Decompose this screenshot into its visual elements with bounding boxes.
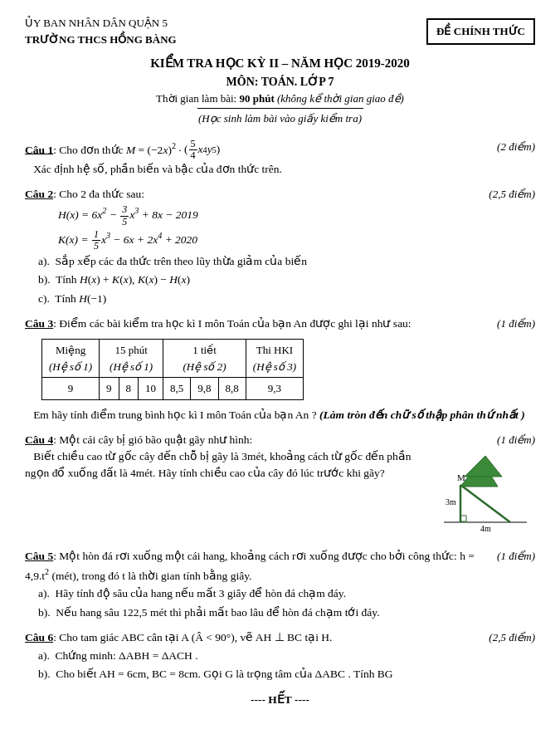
q2-header: Câu 2: Cho 2 đa thức sau: (25, 186, 144, 203)
q1-score: (2 điểm) (497, 139, 535, 161)
q2-item-b: b). Tính H(x) + K(x), K(x) − H(x) (38, 272, 535, 288)
col-hki: Thi HKI(Hệ số 3) (246, 340, 303, 378)
exam-main-title: KIỂM TRA HỌC KỲ II – NĂM HỌC 2019-2020 (25, 54, 535, 73)
q3-label: Câu 3 (25, 317, 53, 330)
col-1tiet: 1 tiết(Hệ số 2) (163, 340, 246, 378)
q6-label: Câu 6 (25, 631, 53, 643)
q1-label: Câu 1 (25, 143, 53, 155)
val-hki: 9,3 (246, 378, 303, 400)
q4-detail: Biết chiều cao từ gốc cây đến chỗ bị gãy… (25, 448, 427, 482)
q4-diagram: M 3m 4m (436, 452, 535, 540)
school-info: ỦY BAN NHÂN DÂN QUẬN 5 TRƯỜNG THCS HỒNG … (25, 15, 177, 47)
q6-item-a: a). Chứng minh: ΔABH = ΔACH . (38, 648, 535, 664)
val-1t-1: 8,5 (163, 378, 191, 400)
val-15p-2: 8 (119, 378, 139, 400)
q4-label: Câu 4 (25, 433, 53, 446)
q2-hx: H(x) = 6x2 − 35x3 + 8x − 2019 (58, 204, 535, 227)
q6-item-b: b). Cho biết AH = 6cm, BC = 8cm. Gọi G l… (38, 666, 535, 683)
q5-score: (1 điểm) (497, 548, 535, 584)
exam-note: (Học sinh làm bài vào giấy kiểm tra) (25, 110, 535, 127)
svg-text:M: M (457, 472, 465, 482)
val-15p-1: 9 (100, 378, 119, 400)
question-2: Câu 2: Cho 2 đa thức sau: (2,5 điểm) H(x… (25, 186, 535, 307)
q4-header: Câu 4: Một cái cây bị gió bão quật gãy n… (25, 432, 252, 448)
district-label: ỦY BAN NHÂN DÂN QUẬN 5 (25, 15, 177, 32)
q5-header: Câu 5: Một hòn đá rơi xuống một cái hang… (25, 548, 490, 584)
question-5: Câu 5: Một hòn đá rơi xuống một cái hang… (25, 548, 535, 621)
q5-item-b: b). Nếu hang sâu 122,5 mét thì phải mất … (38, 604, 535, 621)
q4-score: (1 điểm) (497, 432, 535, 448)
official-label: ĐỀ CHÍNH THỨC (426, 18, 535, 45)
col-mieng: Miệng(Hệ số 1) (42, 340, 100, 378)
q2-item-a: a). Sắp xếp các đa thức trên theo lũy th… (38, 253, 535, 270)
q6-score: (2,5 điểm) (489, 629, 535, 646)
exam-duration: Thời gian làm bài: 90 phút (không kể thờ… (25, 91, 535, 107)
col-15phut: 15 phút(Hệ số 1) (100, 340, 163, 378)
q5-item-a: a). Hãy tính độ sâu của hang nếu mất 3 g… (38, 585, 535, 602)
svg-text:3m: 3m (446, 497, 456, 506)
page-header: ỦY BAN NHÂN DÂN QUẬN 5 TRƯỜNG THCS HỒNG … (25, 15, 535, 47)
question-3: Câu 3: Điểm các bài kiểm tra học kì I mô… (25, 316, 535, 423)
grade-table: Miệng(Hệ số 1) 15 phút(Hệ số 1) 1 tiết(H… (41, 339, 304, 400)
question-1: Câu 1: Cho đơn thức M = (−2x)2 · (54 x4y… (25, 139, 535, 179)
school-name-label: TRƯỜNG THCS HỒNG BÀNG (25, 32, 177, 48)
end-text: ---- HẾT ---- (25, 692, 535, 708)
svg-marker-9 (465, 456, 502, 477)
val-15p-3: 10 (139, 378, 163, 400)
questions-block: Câu 1: Cho đơn thức M = (−2x)2 · (54 x4y… (25, 139, 535, 683)
val-1t-3: 8,8 (218, 378, 246, 400)
q2-score: (2,5 điểm) (489, 186, 535, 203)
svg-line-2 (460, 485, 510, 522)
q4-content: Biết chiều cao từ gốc cây đến chỗ bị gãy… (25, 448, 535, 540)
q1-header: Câu 1: Cho đơn thức M = (−2x)2 · (54 x4y… (25, 139, 220, 161)
val-1t-2: 9,8 (191, 378, 218, 400)
question-6: Câu 6: Cho tam giác ABC cân tại A (Â < 9… (25, 629, 535, 683)
q3-score: (1 điểm) (497, 316, 535, 332)
q2-kx: K(x) = 15x3 − 6x + 2x4 + 2020 (58, 229, 535, 252)
q5-label: Câu 5 (25, 550, 53, 562)
q2-label: Câu 2 (25, 188, 53, 200)
q1-content: Xác định hệ số, phần biến và bậc của đơn… (25, 161, 535, 178)
q3-question: Em hãy tính điểm trung bình học kì I môn… (25, 407, 535, 423)
q6-header: Câu 6: Cho tam giác ABC cân tại A (Â < 9… (25, 629, 332, 646)
q2-item-c: c). Tính H(−1) (38, 291, 535, 307)
q3-header: Câu 3: Điểm các bài kiểm tra học kì I mô… (25, 316, 411, 332)
val-mieng: 9 (42, 378, 100, 400)
svg-text:4m: 4m (480, 524, 491, 533)
exam-subject: MÔN: TOÁN. LỚP 7 (25, 73, 535, 91)
exam-title-block: KIỂM TRA HỌC KỲ II – NĂM HỌC 2019-2020 M… (25, 54, 535, 127)
question-4: Câu 4: Một cái cây bị gió bão quật gãy n… (25, 432, 535, 541)
